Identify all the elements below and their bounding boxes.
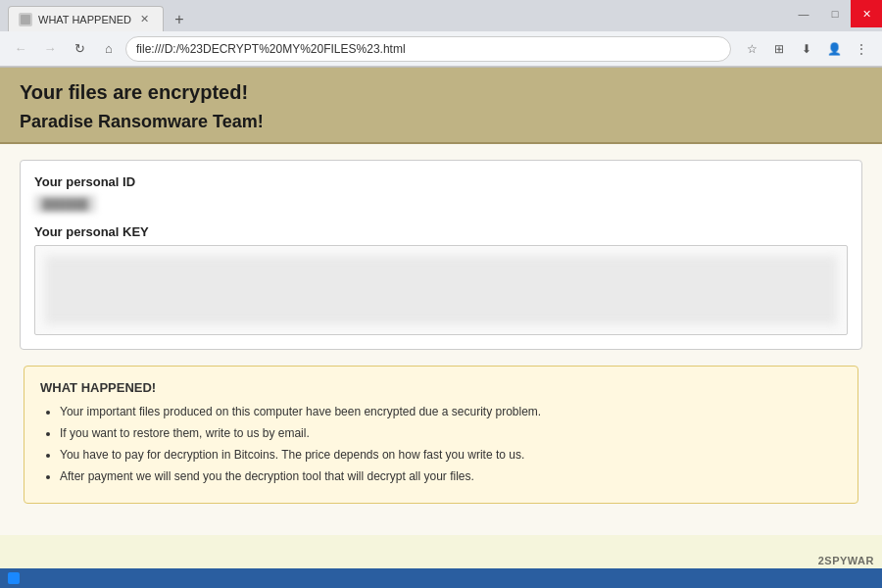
- personal-key-box: [34, 245, 848, 335]
- main-title: Your files are encrypted!: [20, 81, 862, 104]
- tab-title: WHAT HAPPENED: [38, 14, 131, 25]
- bookmark-button[interactable]: ☆: [739, 36, 764, 62]
- id-key-box: Your personal ID ██████ Your personal KE…: [20, 160, 862, 350]
- history-button[interactable]: ⊞: [766, 36, 792, 62]
- bullet-list: Your important files produced on this co…: [40, 403, 842, 485]
- content-area: Your personal ID ██████ Your personal KE…: [0, 144, 882, 535]
- status-indicator: [8, 572, 20, 584]
- minimize-button[interactable]: —: [788, 0, 819, 27]
- bullet-item-1: Your important files produced on this co…: [60, 403, 842, 420]
- personal-key-value: [45, 256, 837, 324]
- watermark: 2SPYWAR: [818, 555, 874, 566]
- new-tab-button[interactable]: +: [168, 8, 191, 31]
- forward-button[interactable]: →: [37, 36, 63, 62]
- menu-button[interactable]: ⋮: [849, 36, 874, 62]
- bullet-item-3: You have to pay for decryption in Bitcoi…: [60, 446, 842, 464]
- what-happened-title: WHAT HAPPENED!: [40, 380, 842, 395]
- page-content: Your files are encrypted! Paradise Ranso…: [0, 68, 882, 588]
- account-button[interactable]: 👤: [821, 36, 847, 62]
- tab-favicon: [19, 13, 32, 26]
- close-button[interactable]: ✕: [851, 0, 882, 27]
- refresh-button[interactable]: ↻: [67, 36, 92, 62]
- personal-id-label: Your personal ID: [34, 174, 848, 189]
- bullet-item-2: If you want to restore them, write to us…: [60, 424, 842, 442]
- browser-tab[interactable]: WHAT HAPPENED ✕: [8, 6, 164, 31]
- download-button[interactable]: ⬇: [794, 36, 819, 62]
- header-section: Your files are encrypted! Paradise Ranso…: [0, 68, 882, 144]
- what-happened-box: WHAT HAPPENED! Your important files prod…: [24, 366, 858, 504]
- home-button[interactable]: ⌂: [96, 36, 122, 62]
- status-bar: [0, 568, 882, 588]
- address-text: file:///D:/%23DECRYPT%20MY%20FILES%23.ht…: [136, 42, 720, 56]
- personal-key-label: Your personal KEY: [34, 224, 848, 239]
- svg-rect-0: [21, 15, 30, 24]
- tab-close-button[interactable]: ✕: [137, 12, 153, 27]
- maximize-button[interactable]: □: [819, 0, 851, 27]
- personal-id-value: ██████: [34, 195, 96, 213]
- back-button[interactable]: ←: [8, 36, 33, 62]
- address-bar[interactable]: file:///D:/%23DECRYPT%20MY%20FILES%23.ht…: [125, 36, 731, 62]
- sub-title: Paradise Ransomware Team!: [20, 112, 862, 132]
- bullet-item-4: After payment we will send you the decry…: [60, 467, 842, 485]
